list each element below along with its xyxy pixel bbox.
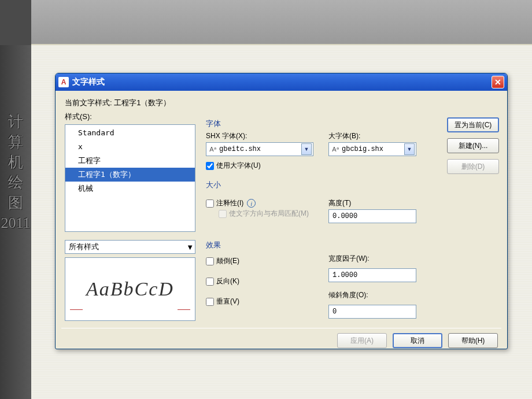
slide-left-strip: 计 算 机 绘 图 2011 xyxy=(0,45,31,399)
height-label: 高度(T) xyxy=(328,198,416,208)
strip-char: 绘 xyxy=(8,172,23,193)
current-style-label: 当前文字样式: xyxy=(65,98,112,107)
delete-button: 删除(D) xyxy=(447,159,499,174)
new-button[interactable]: 新建(N)... xyxy=(447,138,499,153)
app-icon: A xyxy=(58,77,69,87)
shx-font-value: gbeitc.shx xyxy=(219,145,301,153)
vertical-input[interactable] xyxy=(206,298,214,306)
style-filter-combo[interactable]: 所有样式 ▼ xyxy=(65,240,195,254)
strip-char: 计 xyxy=(8,112,23,132)
use-bigfont-checkbox[interactable]: 使用大字体(U) xyxy=(206,161,313,171)
strip-char: 算 xyxy=(8,132,23,152)
text-style-dialog: A 文字样式 ✕ 当前文字样式: 工程字1（数字） 样式(S): Standar… xyxy=(55,73,508,349)
close-button[interactable]: ✕ xyxy=(492,76,504,88)
cancel-button[interactable]: 取消 xyxy=(393,333,442,348)
match-orient-label: 使文字方向与布局匹配(M) xyxy=(229,209,309,219)
match-orient-checkbox: 使文字方向与布局匹配(M) xyxy=(219,209,313,219)
styles-list-item[interactable]: x xyxy=(65,140,195,154)
styles-listbox[interactable]: Standardx工程字工程字1（数字）机械 xyxy=(65,124,195,232)
dialog-titlebar[interactable]: A 文字样式 ✕ xyxy=(56,73,507,91)
dialog-title: 文字样式 xyxy=(72,77,105,87)
strip-char: 机 xyxy=(8,152,23,172)
vertical-label: 垂直(V) xyxy=(216,297,239,306)
height-input[interactable] xyxy=(328,209,416,223)
upside-down-checkbox[interactable]: 颠倒(E) xyxy=(206,256,313,266)
strip-char: 2011 xyxy=(1,213,30,233)
chevron-down-icon[interactable]: ▼ xyxy=(404,143,415,155)
upside-down-input[interactable] xyxy=(206,257,214,265)
style-filter-value: 所有样式 xyxy=(69,242,186,252)
width-factor-input[interactable] xyxy=(328,268,416,282)
use-bigfont-input[interactable] xyxy=(206,162,214,170)
backwards-checkbox[interactable]: 反向(K) xyxy=(206,276,313,286)
styles-list-item[interactable]: 工程字1（数字） xyxy=(65,168,195,182)
font-file-icon: Aᵃ xyxy=(209,145,217,153)
preview-box: AaBbCcD xyxy=(65,257,195,321)
chevron-down-icon[interactable]: ▼ xyxy=(301,143,312,155)
font-file-icon: Aᵃ xyxy=(331,145,339,153)
vertical-checkbox[interactable]: 垂直(V) xyxy=(206,297,313,306)
annotative-input[interactable] xyxy=(206,200,214,208)
oblique-angle-label: 倾斜角度(O): xyxy=(328,290,416,300)
styles-label: 样式(S): xyxy=(65,112,195,122)
slide-topbar xyxy=(0,0,532,45)
shx-font-combo[interactable]: Aᵃ gbeitc.shx ▼ xyxy=(206,142,313,156)
styles-list-item[interactable]: 工程字 xyxy=(65,154,195,168)
backwards-input[interactable] xyxy=(206,278,214,286)
backwards-label: 反向(K) xyxy=(216,276,239,286)
shx-font-label: SHX 字体(X): xyxy=(206,131,313,141)
annotative-checkbox[interactable]: 注释性(I) i xyxy=(206,198,313,208)
effects-group-title: 效果 xyxy=(206,240,498,250)
set-current-button[interactable]: 置为当前(C) xyxy=(447,117,499,132)
match-orient-input xyxy=(219,210,227,218)
help-button[interactable]: 帮助(H) xyxy=(448,333,498,348)
current-style-value: 工程字1（数字） xyxy=(114,98,171,107)
preview-text: AaBbCcD xyxy=(86,278,174,300)
upside-down-label: 颠倒(E) xyxy=(216,256,239,266)
bigfont-combo[interactable]: Aᵃ gbcbig.shx ▼ xyxy=(328,142,416,156)
info-icon[interactable]: i xyxy=(247,199,256,208)
size-group-title: 大小 xyxy=(206,180,498,190)
chevron-down-icon[interactable]: ▼ xyxy=(186,243,194,252)
bigfont-label: 大字体(B): xyxy=(328,131,416,141)
use-bigfont-label: 使用大字体(U) xyxy=(216,161,261,171)
annotative-label: 注释性(I) xyxy=(216,198,243,208)
apply-button: 应用(A) xyxy=(337,333,387,348)
close-icon: ✕ xyxy=(494,77,501,87)
strip-char: 图 xyxy=(8,193,23,213)
styles-list-item[interactable]: Standard xyxy=(65,126,195,140)
bigfont-value: gbcbig.shx xyxy=(342,145,404,153)
oblique-angle-input[interactable] xyxy=(328,305,416,319)
styles-list-item[interactable]: 机械 xyxy=(65,182,195,195)
width-factor-label: 宽度因子(W): xyxy=(328,254,416,264)
